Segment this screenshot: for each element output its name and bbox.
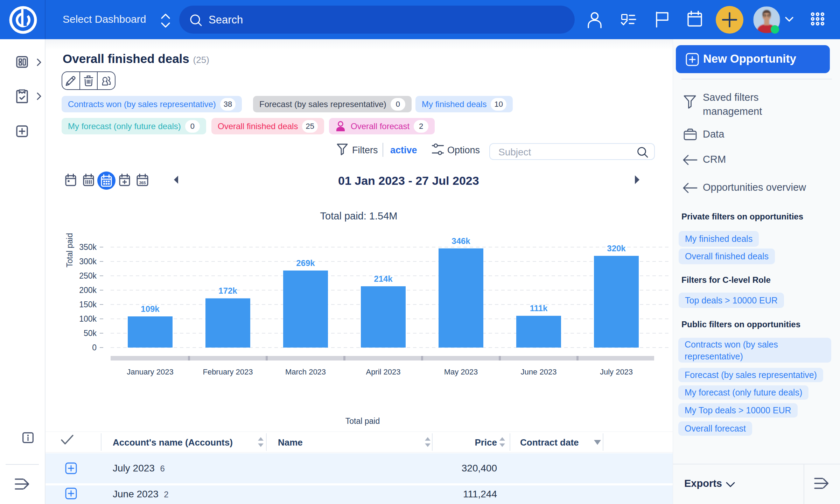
svg-text:269k: 269k bbox=[296, 258, 315, 268]
svg-text:February 2023: February 2023 bbox=[203, 368, 253, 376]
svg-text:150k: 150k bbox=[79, 300, 97, 309]
svg-text:0: 0 bbox=[92, 343, 97, 352]
svg-text:Total paid: Total paid bbox=[345, 416, 380, 426]
svg-text:April 2023: April 2023 bbox=[366, 368, 400, 376]
svg-text:109k: 109k bbox=[141, 304, 160, 314]
svg-text:Total paid: 1.54M: Total paid: 1.54M bbox=[320, 210, 398, 222]
svg-text:200k: 200k bbox=[79, 286, 97, 295]
svg-text:346k: 346k bbox=[451, 236, 470, 246]
svg-text:300k: 300k bbox=[79, 257, 97, 266]
svg-text:172k: 172k bbox=[218, 286, 237, 295]
svg-text:Total paid: Total paid bbox=[65, 233, 74, 267]
svg-text:365: 365 bbox=[139, 181, 146, 185]
svg-text:111k: 111k bbox=[530, 303, 548, 313]
svg-text:350k: 350k bbox=[79, 243, 97, 252]
svg-text:320k: 320k bbox=[607, 244, 626, 253]
svg-text:June 2023: June 2023 bbox=[521, 368, 557, 376]
svg-text:January 2023: January 2023 bbox=[127, 368, 173, 376]
svg-text:250k: 250k bbox=[79, 271, 97, 280]
svg-text:100k: 100k bbox=[79, 314, 97, 323]
svg-text:July 2023: July 2023 bbox=[600, 368, 633, 376]
svg-text:March 2023: March 2023 bbox=[285, 368, 326, 376]
svg-text:May 2023: May 2023 bbox=[444, 368, 478, 376]
svg-text:214k: 214k bbox=[374, 274, 393, 284]
svg-text:50k: 50k bbox=[84, 329, 97, 338]
